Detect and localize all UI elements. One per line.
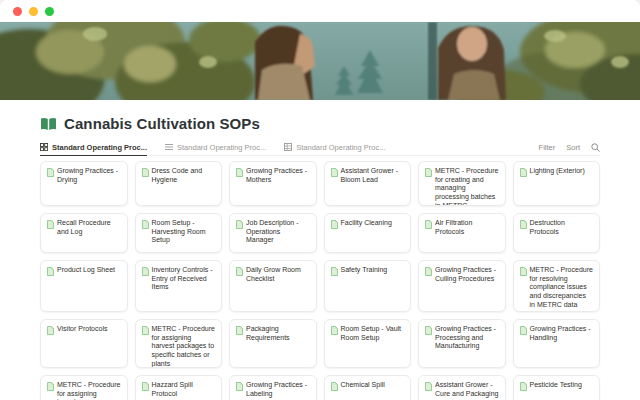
card-title: Packaging Requirements bbox=[246, 325, 310, 342]
green-page-icon bbox=[425, 267, 432, 276]
green-page-icon bbox=[47, 326, 54, 335]
sop-card[interactable]: Assistant Grower - Bloom Lead bbox=[324, 161, 412, 206]
green-page-icon bbox=[236, 168, 243, 177]
card-title: Room Setup - Vault Room Setup bbox=[341, 325, 405, 342]
sop-card[interactable]: Facility Cleaning bbox=[324, 213, 412, 253]
sop-card[interactable]: Assistant Grower - Cure and Packaging bbox=[418, 375, 506, 400]
card-title: Lighting (Exterior) bbox=[530, 167, 585, 176]
close-window-button[interactable] bbox=[13, 7, 22, 16]
card-title: Job Description - Operations Manager bbox=[246, 219, 310, 245]
green-page-icon bbox=[331, 326, 338, 335]
page-header: Cannabis Cultivation SOPs bbox=[40, 113, 600, 134]
sop-card[interactable]: Product Log Sheet bbox=[40, 260, 128, 312]
sop-card[interactable]: Growing Practices - Labeling bbox=[229, 375, 317, 400]
sop-card[interactable]: METRC - Procedure for resolving complian… bbox=[513, 260, 601, 312]
sop-card[interactable]: Growing Practices - Drying bbox=[40, 161, 128, 206]
green-page-icon bbox=[331, 267, 338, 276]
minimize-window-button[interactable] bbox=[29, 7, 38, 16]
green-page-icon bbox=[331, 168, 338, 177]
card-title: Air Filtration Protocols bbox=[435, 219, 499, 236]
card-title: Safety Training bbox=[341, 266, 388, 275]
green-page-icon bbox=[236, 267, 243, 276]
tab-label: Standard Operating Proc... bbox=[177, 143, 266, 152]
sop-card[interactable]: Air Filtration Protocols bbox=[418, 213, 506, 253]
sop-card[interactable]: Growing Practices - Mothers bbox=[229, 161, 317, 206]
green-page-icon bbox=[142, 382, 149, 391]
view-tabbar: Standard Operating Proc... Standard Oper… bbox=[40, 139, 600, 156]
sop-card[interactable]: Destruction Protocols bbox=[513, 213, 601, 253]
card-title: Growing Practices - Culling Procedures bbox=[435, 266, 499, 283]
green-page-icon bbox=[520, 267, 527, 276]
green-page-icon bbox=[520, 168, 527, 177]
table-view-icon bbox=[284, 143, 292, 151]
sort-button[interactable]: Sort bbox=[566, 143, 580, 152]
green-page-icon bbox=[520, 326, 527, 335]
app-window: Cannabis Cultivation SOPs Standard Opera… bbox=[0, 0, 640, 400]
green-page-icon bbox=[331, 382, 338, 391]
green-page-icon bbox=[142, 220, 149, 229]
sop-card[interactable]: Recall Procedure and Log bbox=[40, 213, 128, 253]
sop-card[interactable]: Safety Training bbox=[324, 260, 412, 312]
sop-card[interactable]: METRC - Procedure for creating and manag… bbox=[418, 161, 506, 206]
tab-label: Standard Operating Proc... bbox=[52, 143, 147, 152]
sop-card[interactable]: Daily Grow Room Checklist bbox=[229, 260, 317, 312]
card-title: Destruction Protocols bbox=[530, 219, 594, 236]
sop-card[interactable]: Packaging Requirements bbox=[229, 319, 317, 368]
green-page-icon bbox=[520, 382, 527, 391]
cover-illustration bbox=[0, 22, 640, 100]
card-title: Daily Grow Room Checklist bbox=[246, 266, 310, 283]
sop-card[interactable]: Dress Code and Hygiene bbox=[135, 161, 223, 206]
sop-card[interactable]: Inventory Controls - Entry of Received I… bbox=[135, 260, 223, 312]
card-title: Facility Cleaning bbox=[341, 219, 392, 228]
page-cover-image bbox=[0, 22, 640, 100]
green-page-icon bbox=[142, 326, 149, 335]
sop-card[interactable]: METRC - Procedure for assigning harvest … bbox=[135, 319, 223, 368]
sop-card[interactable]: Growing Practices - Processing and Manuf… bbox=[418, 319, 506, 368]
sop-card[interactable]: Visitor Protocols bbox=[40, 319, 128, 368]
card-title: Hazzard Spill Protocol bbox=[152, 381, 216, 398]
green-page-icon bbox=[425, 382, 432, 391]
sop-card[interactable]: Growing Practices - Handling bbox=[513, 319, 601, 368]
card-title: Recall Procedure and Log bbox=[57, 219, 121, 236]
zoom-window-button[interactable] bbox=[45, 7, 54, 16]
list-view-icon bbox=[165, 143, 173, 151]
card-title: Assistant Grower - Bloom Lead bbox=[341, 167, 405, 184]
card-title: METRC - Procedure for assigning harvest … bbox=[152, 325, 216, 368]
tab-label: Standard Operating Proc... bbox=[296, 143, 385, 152]
green-page-icon bbox=[425, 220, 432, 229]
sop-card[interactable]: Room Setup - Vault Room Setup bbox=[324, 319, 412, 368]
titlebar bbox=[0, 0, 640, 22]
sop-card[interactable]: Lighting (Exterior) bbox=[513, 161, 601, 206]
card-title: METRC - Procedure for creating and manag… bbox=[435, 167, 499, 206]
card-title: Chemical Spill bbox=[341, 381, 385, 390]
sop-card[interactable]: Hazzard Spill Protocol bbox=[135, 375, 223, 400]
card-grid: Growing Practices - Drying Dress Code an… bbox=[40, 161, 600, 400]
tab-table-view[interactable]: Standard Operating Proc... bbox=[284, 139, 385, 155]
card-title: Growing Practices - Drying bbox=[57, 167, 121, 184]
filter-button[interactable]: Filter bbox=[539, 143, 556, 152]
sop-card[interactable]: METRC - Procedure for assigning inventor… bbox=[40, 375, 128, 400]
search-icon[interactable] bbox=[591, 143, 600, 152]
sop-card[interactable]: Growing Practices - Culling Procedures bbox=[418, 260, 506, 312]
card-title: Growing Practices - Handling bbox=[530, 325, 594, 342]
sop-card[interactable]: Room Setup - Harvesting Room Setup bbox=[135, 213, 223, 253]
gallery-view-icon bbox=[40, 143, 48, 151]
green-page-icon bbox=[47, 220, 54, 229]
green-page-icon bbox=[47, 267, 54, 276]
tab-list-view[interactable]: Standard Operating Proc... bbox=[165, 139, 266, 155]
green-page-icon bbox=[47, 168, 54, 177]
sop-card[interactable]: Job Description - Operations Manager bbox=[229, 213, 317, 253]
green-page-icon bbox=[236, 382, 243, 391]
green-page-icon bbox=[425, 326, 432, 335]
green-page-icon bbox=[425, 168, 432, 177]
sop-card[interactable]: Chemical Spill bbox=[324, 375, 412, 400]
card-title: Room Setup - Harvesting Room Setup bbox=[152, 219, 216, 245]
green-page-icon bbox=[142, 267, 149, 276]
page-title: Cannabis Cultivation SOPs bbox=[64, 115, 260, 132]
card-title: Product Log Sheet bbox=[57, 266, 115, 275]
green-page-icon bbox=[47, 382, 54, 391]
card-title: Visitor Protocols bbox=[57, 325, 107, 334]
card-title: Assistant Grower - Cure and Packaging bbox=[435, 381, 499, 398]
sop-card[interactable]: Pesticide Testing bbox=[513, 375, 601, 400]
tab-gallery-view[interactable]: Standard Operating Proc... bbox=[40, 139, 147, 155]
